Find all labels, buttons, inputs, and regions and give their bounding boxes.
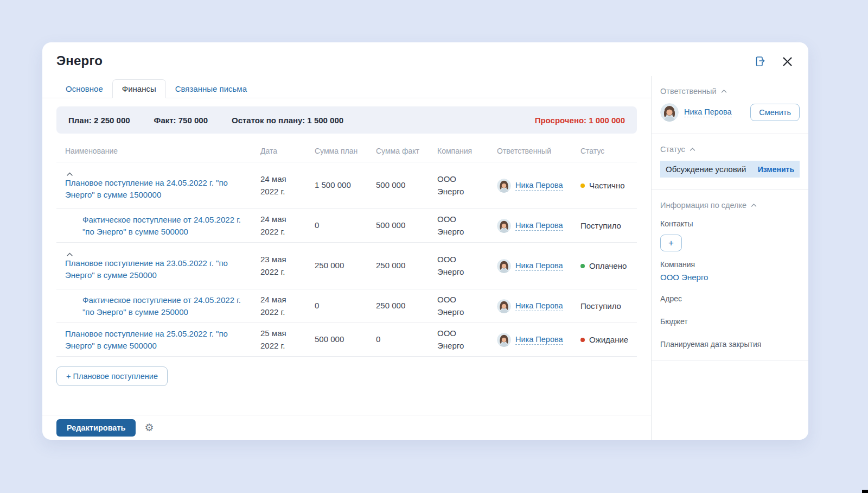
table-header: Наименование Дата Сумма план Сумма факт … bbox=[56, 140, 637, 162]
avatar bbox=[497, 333, 511, 347]
add-contact-button[interactable]: + bbox=[660, 235, 682, 251]
status-section: Статус Обсуждение условий Изменить bbox=[652, 134, 808, 190]
avatar bbox=[497, 299, 511, 313]
payment-name-link[interactable]: Плановое поступление на 25.05.2022 г. "п… bbox=[56, 328, 260, 352]
payment-sum-plan: 250 000 bbox=[315, 260, 376, 272]
status-dot bbox=[580, 184, 585, 188]
status-dot bbox=[580, 338, 585, 342]
responsible-section: Ответственный Ника Перова Сменить bbox=[652, 76, 808, 134]
table-row: Плановое поступление на 24.05.2022 г. "п… bbox=[56, 162, 637, 209]
deal-info-section-label: Информация по сделке bbox=[660, 201, 746, 210]
summary-fact: Факт: 750 000 bbox=[154, 116, 208, 125]
collapse-row-icon[interactable] bbox=[66, 170, 73, 175]
responsible-link[interactable]: Ника Перова bbox=[515, 221, 563, 231]
modal-footer: Редактировать ⚙ bbox=[42, 415, 651, 440]
col-responsible: Ответственный bbox=[497, 147, 580, 155]
deal-status-value: Обсуждение условий bbox=[666, 165, 746, 174]
gear-icon[interactable]: ⚙ bbox=[144, 422, 154, 433]
deal-modal: Энерго Основное Финансы Связанные письма… bbox=[42, 42, 808, 440]
payment-sum-plan: 1 500 000 bbox=[315, 179, 376, 192]
responsible-link[interactable]: Ника Перова bbox=[515, 181, 563, 191]
deal-status-row: Обсуждение условий Изменить bbox=[660, 161, 800, 178]
collapse-row-icon[interactable] bbox=[66, 250, 73, 256]
summary-remainder: Остаток по плану: 1 500 000 bbox=[232, 116, 343, 125]
payment-date: 23 мая 2022 г. bbox=[260, 254, 315, 278]
payment-status: Частично bbox=[580, 181, 637, 190]
status-label: Поступило bbox=[580, 301, 621, 311]
avatar bbox=[497, 219, 511, 233]
col-sum-fact: Сумма факт bbox=[376, 147, 437, 155]
responsible-link[interactable]: Ника Перова bbox=[515, 261, 563, 271]
col-company: Компания bbox=[437, 147, 497, 155]
export-icon[interactable] bbox=[753, 54, 767, 68]
change-status-button[interactable]: Изменить bbox=[758, 165, 794, 174]
chevron-up-icon[interactable] bbox=[690, 147, 695, 151]
avatar bbox=[497, 259, 511, 273]
deal-info-section: Информация по сделке Контакты + Компания… bbox=[652, 190, 808, 361]
avatar bbox=[660, 103, 679, 122]
col-sum-plan: Сумма план bbox=[315, 147, 376, 155]
avatar bbox=[497, 179, 511, 193]
status-label: Частично bbox=[589, 181, 625, 190]
payments-table: Наименование Дата Сумма план Сумма факт … bbox=[56, 140, 637, 357]
payment-status: Оплачено bbox=[580, 261, 637, 270]
payment-name: Плановое поступление на 23.05.2022 г. "п… bbox=[65, 258, 228, 280]
payment-sum-fact: 250 000 bbox=[376, 300, 437, 312]
edit-button[interactable]: Редактировать bbox=[56, 419, 136, 437]
payment-status: Ожидание bbox=[580, 335, 637, 344]
table-row: Фактическое поступление от 24.05.2022 г.… bbox=[56, 289, 637, 323]
screen-corner-artifact bbox=[862, 490, 868, 493]
table-row: Плановое поступление на 25.05.2022 г. "п… bbox=[56, 323, 637, 357]
company-link[interactable]: ООО Энерго bbox=[660, 273, 708, 282]
payment-name-link[interactable]: Фактическое поступление от 24.05.2022 г.… bbox=[56, 214, 260, 238]
company-label: Компания bbox=[660, 260, 800, 269]
table-row: Плановое поступление на 23.05.2022 г. "п… bbox=[56, 243, 637, 289]
payment-name: Плановое поступление на 24.05.2022 г. "п… bbox=[65, 178, 228, 199]
tab-related-letters[interactable]: Связанные письма bbox=[166, 80, 256, 98]
payment-date: 24 мая 2022 г. bbox=[260, 173, 315, 198]
payment-name-link[interactable]: Плановое поступление на 24.05.2022 г. "п… bbox=[56, 170, 260, 201]
payment-name-link[interactable]: Фактическое поступление от 24.05.2022 г.… bbox=[56, 294, 260, 318]
chevron-up-icon[interactable] bbox=[721, 89, 727, 93]
payment-sum-plan: 500 000 bbox=[315, 333, 376, 346]
payment-company: ООО Энерго bbox=[437, 254, 497, 278]
responsible-link[interactable]: Ника Перова bbox=[515, 335, 563, 345]
summary-overdue: Просрочено: 1 000 000 bbox=[535, 116, 625, 125]
summary-plan: План: 2 250 000 bbox=[68, 116, 130, 125]
payment-date: 25 мая 2022 г. bbox=[260, 327, 315, 352]
tab-finances[interactable]: Финансы bbox=[112, 79, 166, 98]
payment-date: 24 мая 2022 г. bbox=[260, 213, 315, 238]
tabbar: Основное Финансы Связанные письма bbox=[42, 79, 651, 98]
close-icon[interactable] bbox=[780, 54, 794, 68]
finances-pane: Энерго Основное Финансы Связанные письма… bbox=[42, 42, 651, 440]
status-section-label: Статус bbox=[660, 145, 685, 154]
payment-sum-fact: 0 bbox=[376, 333, 437, 346]
payment-name-link[interactable]: Плановое поступление на 23.05.2022 г. "п… bbox=[56, 250, 260, 281]
payment-company: ООО Энерго bbox=[437, 294, 497, 318]
contacts-label: Контакты bbox=[660, 219, 800, 228]
status-dot bbox=[580, 264, 585, 268]
payment-name: Плановое поступление на 25.05.2022 г. "п… bbox=[65, 329, 228, 350]
payment-status: Поступило bbox=[580, 221, 637, 230]
payment-company: ООО Энерго bbox=[437, 173, 497, 198]
chevron-up-icon[interactable] bbox=[751, 203, 757, 207]
change-responsible-button[interactable]: Сменить bbox=[750, 104, 800, 121]
payment-sum-plan: 0 bbox=[315, 300, 376, 312]
status-label: Оплачено bbox=[589, 261, 627, 270]
payment-status: Поступило bbox=[580, 301, 637, 311]
payment-sum-fact: 500 000 bbox=[376, 179, 437, 192]
payment-sum-plan: 0 bbox=[315, 219, 376, 232]
payment-date: 24 мая 2022 г. bbox=[260, 294, 315, 318]
col-date: Дата bbox=[260, 147, 315, 155]
deal-sidebar: Ответственный Ника Перова Сменить Статус… bbox=[651, 76, 808, 440]
responsible-link[interactable]: Ника Перова bbox=[684, 108, 732, 117]
responsible-link[interactable]: Ника Перова bbox=[515, 301, 563, 311]
payment-name: Фактическое поступление от 24.05.2022 г.… bbox=[82, 295, 241, 317]
tab-main[interactable]: Основное bbox=[56, 80, 112, 98]
finance-summary-bar: План: 2 250 000 Факт: 750 000 Остаток по… bbox=[56, 106, 637, 134]
add-planned-payment-button[interactable]: + Плановое поступление bbox=[56, 366, 168, 386]
status-label: Ожидание bbox=[589, 335, 628, 344]
col-status: Статус bbox=[580, 147, 637, 155]
address-label: Адрес bbox=[660, 294, 800, 303]
col-name: Наименование bbox=[56, 147, 260, 155]
